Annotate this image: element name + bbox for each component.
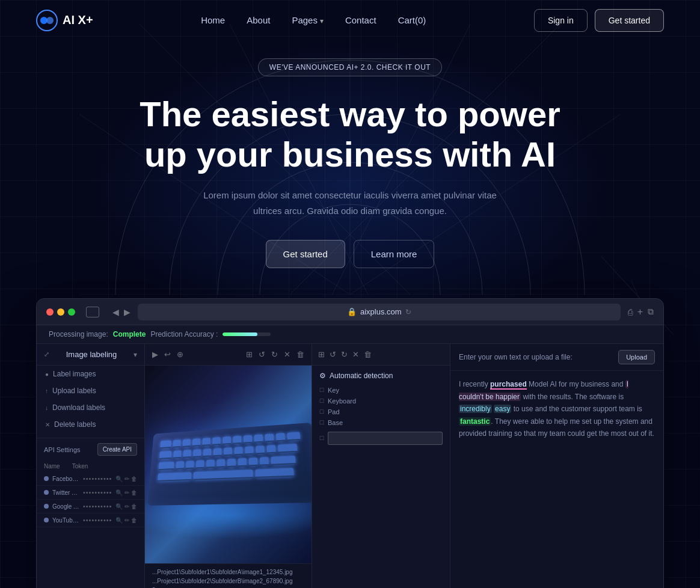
detection-label-pad: Pad [328,408,340,415]
nav-item-cart[interactable]: Cart(0) [398,15,426,26]
nav-item-home[interactable]: Home [201,15,225,26]
grid-icon[interactable]: ⊞ [318,350,325,359]
upload-button[interactable]: Upload [618,350,655,364]
getstarted-nav-button[interactable]: Get started [595,9,664,32]
api-status-dot [44,504,49,509]
file-item-2[interactable]: ...Project1\Subfolder2\SubfolderB\image2… [152,577,304,586]
forward-button[interactable]: ▶ [124,307,130,317]
key [203,449,211,457]
create-api-button[interactable]: Create API [97,443,137,456]
share-icon[interactable]: ⎙ [628,307,633,317]
sidebar-item-download-labels[interactable]: ↓ Download labels [37,399,144,416]
api-status-dot [44,490,49,495]
refresh-icon[interactable]: ↻ [341,350,348,359]
api-name-youtube: YouTube Integration [52,517,79,524]
close-button-tl[interactable] [46,308,54,316]
key [267,445,276,453]
undo-icon[interactable]: ↺ [259,350,265,359]
get-started-button[interactable]: Get started [266,240,345,268]
api-table-header: Name Token [37,461,144,472]
detection-checkbox-base[interactable]: ☐ [319,420,324,426]
detection-item-base[interactable]: ☐ Base [319,417,443,428]
api-token-facebook: •••••••••• [83,475,112,482]
nav-actions: Sign in Get started [534,9,664,32]
nav-item-pages[interactable]: Pages [292,15,324,26]
accuracy-bar [223,332,271,336]
hero-title: The easiest way to power up your busines… [140,94,560,174]
sidebar-title: Image labeling [66,350,117,359]
close-label-icon[interactable]: ✕ [284,350,290,359]
rewind-icon[interactable]: ↩ [164,350,171,359]
api-actions-youtube[interactable]: 🔍 ✏ 🗑 [115,517,137,524]
minimize-button-tl[interactable] [57,308,64,316]
layout-button[interactable] [86,307,99,317]
key [183,439,191,447]
keyboard-image [145,366,312,563]
api-actions-facebook[interactable]: 🔍 ✏ 🗑 [115,476,137,482]
sidebar-item-upload-labels[interactable]: ↑ Upload labels [37,382,144,399]
nav-item-contact[interactable]: Contact [345,15,376,26]
text-segment-1: I recently [459,380,490,388]
detection-item-key[interactable]: ☐ Key [319,385,443,396]
zoom-icon[interactable]: ⊕ [177,350,183,359]
add-tab-icon[interactable]: + [637,307,643,317]
tabs-icon[interactable]: ⧉ [648,307,654,317]
delete-panel-icon[interactable]: 🗑 [364,350,372,359]
detection-item-keyboard[interactable]: ☐ Keyboard [319,396,443,406]
key [235,447,243,455]
api-actions-google[interactable]: 🔍 ✏ 🗑 [115,503,137,510]
detection-label-keyboard: Keyboard [328,397,356,405]
maximize-button-tl[interactable] [68,308,75,316]
text-highlight-incredibly: incredibly [459,405,492,413]
back-button[interactable]: ◀ [112,307,119,317]
image-main-area[interactable] [145,366,312,563]
trash-icon[interactable]: 🗑 [296,350,304,359]
sidebar-dropdown-icon[interactable]: ▾ [134,351,137,359]
file-item-1[interactable]: ...Project1\Subfolder1\SubfolderA\image1… [152,568,304,577]
api-status-dot [44,518,49,522]
sidebar-header: ⤢ Image labeling ▾ [37,344,144,366]
api-name-google: Google Analytics Integration [52,503,79,510]
close-panel-icon[interactable]: ✕ [352,350,359,359]
processing-label: Processing image: [49,330,108,338]
url-bar[interactable]: 🔒 aixplus.com ↻ [138,304,621,320]
learn-more-button[interactable]: Learn more [354,240,435,268]
detection-checkbox-extra[interactable]: ☐ [319,435,324,441]
announcement-badge[interactable]: WE'VE ANNOUNCED AI+ 2.0. CHECK IT OUT [258,58,442,76]
spacebar-key [158,472,191,481]
sidebar-item-delete-labels[interactable]: ✕ Delete labels [37,416,144,433]
sidebar-item-label-images[interactable]: ● Label images [37,366,144,382]
signin-button[interactable]: Sign in [534,9,588,32]
file-list: ...Project1\Subfolder1\SubfolderA\image1… [145,563,312,588]
sidebar-item-upload-labels-text: Upload labels [52,387,96,395]
navbar: AI X+ Home About Pages Contact Cart(0) S… [0,0,700,40]
text-segment-5: with the results. The software is [521,393,624,401]
select-icon[interactable]: ⊞ [246,350,253,359]
key [173,450,181,458]
key [173,439,180,447]
key [186,461,194,469]
sidebar-expand-icon[interactable]: ⤢ [44,351,49,358]
processing-status: Complete [113,330,146,338]
file-item-3[interactable]: 3. C:\Projects\Images\Project1\Subfolder… [152,586,304,588]
text-highlight-easy: easy [494,405,511,413]
redo-icon[interactable]: ↻ [271,350,278,359]
api-actions-twitter[interactable]: 🔍 ✏ 🗑 [115,489,137,496]
key [249,458,258,466]
key [183,450,191,458]
refresh-icon[interactable]: ↻ [405,308,411,316]
detection-checkbox-keyboard[interactable]: ☐ [319,398,324,404]
logo-icon [36,10,58,31]
play-icon[interactable]: ▶ [152,350,158,359]
detection-item-pad[interactable]: ☐ Pad [319,406,443,417]
text-segment-3: Model AI for my business and [527,380,625,388]
detection-checkbox-key[interactable]: ☐ [319,387,324,393]
detection-label-input[interactable] [328,432,443,445]
nav-item-about[interactable]: About [247,15,270,26]
browser-main-content: ⤢ Image labeling ▾ ● Label images ↑ Uplo… [37,344,663,588]
detection-checkbox-pad[interactable]: ☐ [319,409,324,415]
text-upload-title: Enter your own text or upload a file: [459,353,573,361]
browser-window: ◀ ▶ 🔒 aixplus.com ↻ ⎙ + ⧉ Processing ima… [36,298,664,588]
key [271,456,296,465]
cursor-icon[interactable]: ↺ [330,350,336,359]
